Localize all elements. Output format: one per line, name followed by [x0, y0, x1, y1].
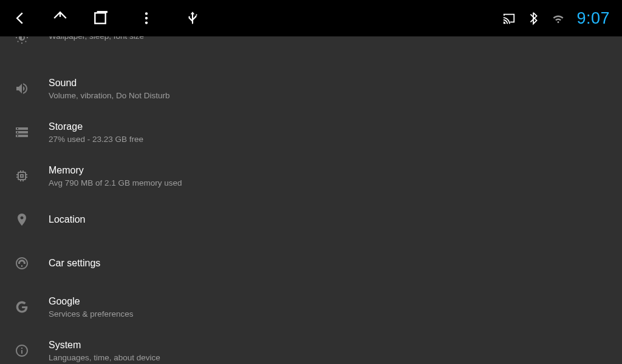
svg-rect-0	[95, 13, 105, 23]
bluetooth-icon	[527, 10, 540, 26]
svg-point-3	[145, 17, 148, 19]
settings-item-text: System Languages, time, about device	[49, 339, 160, 362]
settings-item-title: Storage	[49, 121, 143, 133]
svg-point-2	[145, 12, 148, 15]
usb-indicator[interactable]	[185, 10, 200, 26]
storage-icon	[15, 125, 29, 140]
nav-buttons	[12, 10, 200, 26]
settings-item-title: Google	[49, 295, 134, 308]
recents-icon	[92, 10, 108, 26]
back-icon	[12, 10, 28, 26]
settings-item-car[interactable]: Car settings	[0, 241, 622, 285]
svg-rect-1	[97, 11, 108, 13]
car-icon	[15, 256, 29, 271]
info-icon	[15, 343, 29, 358]
sound-icon	[15, 81, 29, 96]
settings-item-subtitle: Languages, time, about device	[49, 353, 160, 362]
settings-item-system[interactable]: System Languages, time, about device	[0, 329, 622, 364]
menu-dots-icon	[138, 10, 154, 26]
status-icons: 9:07	[502, 9, 610, 28]
settings-item-memory[interactable]: Memory Avg 790 MB of 2.1 GB memory used	[0, 154, 622, 198]
settings-item-text: Car settings	[49, 257, 100, 270]
display-icon	[15, 36, 29, 45]
wifi-icon	[551, 10, 566, 26]
clock: 9:07	[576, 9, 610, 28]
settings-item-text: Storage 27% used - 23.23 GB free	[49, 121, 143, 144]
settings-item-subtitle: 27% used - 23.23 GB free	[49, 135, 143, 144]
settings-item-location[interactable]: Location	[0, 198, 622, 241]
menu-button[interactable]	[138, 10, 154, 26]
memory-icon	[15, 169, 29, 183]
settings-item-sound[interactable]: Sound Volume, vibration, Do Not Disturb	[0, 67, 622, 110]
settings-item-text: Location	[49, 214, 86, 226]
cast-icon	[502, 10, 516, 26]
status-bar: 9:07	[0, 0, 622, 36]
settings-list[interactable]: Wallpaper, sleep, font size Sound Volume…	[0, 36, 622, 364]
wifi-indicator[interactable]	[551, 11, 566, 25]
settings-item-subtitle: Avg 790 MB of 2.1 GB memory used	[49, 178, 182, 187]
bluetooth-indicator[interactable]	[527, 12, 540, 25]
settings-item-title: Location	[49, 214, 86, 226]
settings-item-title: System	[49, 339, 160, 352]
settings-item-text: Google Services & preferences	[49, 295, 134, 318]
svg-point-4	[145, 21, 148, 24]
settings-item-subtitle: Volume, vibration, Do Not Disturb	[49, 91, 170, 100]
settings-item-title: Memory	[49, 164, 182, 177]
settings-item-text: Memory Avg 790 MB of 2.1 GB memory used	[49, 164, 182, 187]
google-icon	[15, 300, 29, 314]
settings-item-title: Sound	[49, 77, 170, 90]
settings-item-storage[interactable]: Storage 27% used - 23.23 GB free	[0, 110, 622, 154]
location-icon	[15, 212, 29, 227]
settings-item-text: Sound Volume, vibration, Do Not Disturb	[49, 77, 170, 100]
settings-item-display[interactable]: Wallpaper, sleep, font size	[0, 36, 622, 67]
settings-item-subtitle: Services & preferences	[49, 309, 134, 318]
home-button[interactable]	[52, 10, 68, 26]
settings-item-subtitle: Wallpaper, sleep, font size	[49, 36, 144, 41]
settings-item-text: Wallpaper, sleep, font size	[49, 36, 144, 41]
home-icon	[52, 10, 68, 26]
recents-button[interactable]	[92, 10, 108, 26]
back-button[interactable]	[12, 10, 28, 26]
cast-indicator[interactable]	[502, 12, 516, 25]
settings-item-title: Car settings	[49, 257, 100, 270]
settings-item-google[interactable]: Google Services & preferences	[0, 285, 622, 329]
usb-icon	[185, 10, 200, 26]
